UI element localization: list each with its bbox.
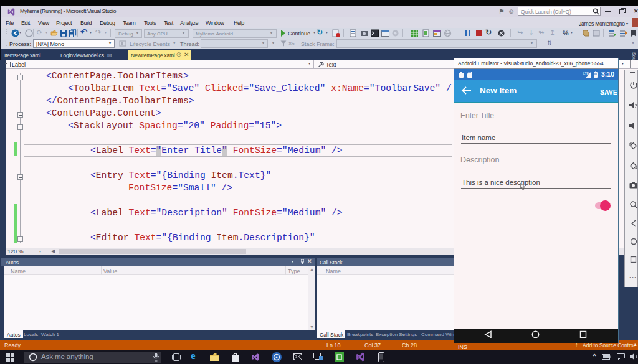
svg-text:LTE: LTE (583, 72, 589, 75)
